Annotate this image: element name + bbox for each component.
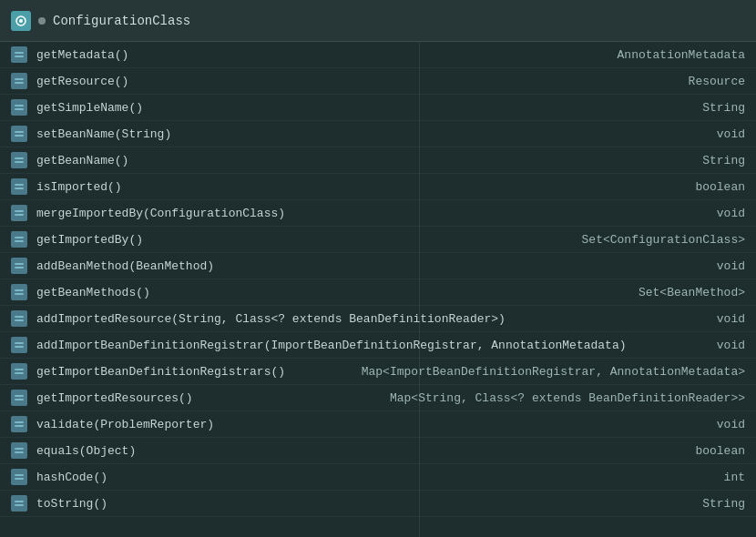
method-return-type: Map<ImportBeanDefinitionRegistrar, Annot…: [362, 365, 745, 379]
svg-rect-17: [15, 240, 24, 242]
method-icon: [11, 337, 27, 353]
svg-rect-4: [15, 78, 24, 80]
svg-rect-18: [15, 263, 24, 265]
method-return-type: Resource: [689, 75, 745, 88]
svg-rect-3: [15, 56, 24, 57]
table-row[interactable]: mergeImportedBy(ConfigurationClass)void: [0, 200, 756, 227]
class-icon: [11, 11, 31, 31]
method-return-type: void: [717, 418, 745, 431]
method-name: getBeanName(): [36, 154, 693, 167]
method-name: addImportedResource(String, Class<? exte…: [36, 312, 708, 326]
table-row[interactable]: getBeanMethods()Set<BeanMethod>: [0, 279, 756, 306]
table-row[interactable]: getImportedBy()Set<ConfigurationClass>: [0, 227, 756, 253]
method-return-type: String: [702, 497, 745, 511]
svg-rect-27: [15, 372, 24, 374]
method-return-type: String: [702, 154, 745, 167]
method-icon: [11, 310, 27, 327]
method-return-type: Set<ConfigurationClass>: [582, 233, 745, 247]
svg-rect-11: [15, 161, 24, 163]
method-name: getResource(): [36, 75, 679, 88]
table-row[interactable]: validate(ProblemReporter)void: [0, 411, 756, 438]
svg-rect-21: [15, 293, 24, 295]
table-row[interactable]: toString()String: [0, 491, 756, 517]
table-row[interactable]: setBeanName(String)void: [0, 121, 756, 147]
table-row[interactable]: hashCode()int: [0, 464, 756, 491]
svg-rect-30: [15, 421, 24, 423]
svg-rect-15: [15, 214, 24, 216]
table-row[interactable]: equals(Object)boolean: [0, 438, 756, 464]
svg-rect-13: [15, 187, 24, 189]
svg-rect-19: [15, 267, 24, 268]
method-name: isImported(): [36, 180, 686, 194]
header: ConfigurationClass: [0, 0, 756, 42]
svg-rect-7: [15, 108, 24, 110]
method-name: toString(): [36, 497, 693, 511]
method-icon: [11, 258, 27, 274]
table-row[interactable]: getResource()Resource: [0, 68, 756, 95]
table-row[interactable]: getMetadata()AnnotationMetadata: [0, 42, 756, 68]
method-return-type: int: [724, 471, 745, 484]
svg-rect-33: [15, 451, 24, 453]
method-name: getImportBeanDefinitionRegistrars(): [36, 365, 352, 379]
svg-rect-20: [15, 289, 24, 291]
header-title: ConfigurationClass: [53, 14, 190, 28]
svg-rect-2: [15, 52, 24, 54]
svg-rect-14: [15, 210, 24, 212]
svg-rect-31: [15, 425, 24, 427]
svg-rect-36: [15, 501, 24, 502]
svg-rect-25: [15, 346, 24, 348]
method-return-type: Map<String, Class<? extends BeanDefiniti…: [390, 391, 745, 405]
table-row[interactable]: getBeanName()String: [0, 147, 756, 174]
method-return-type: void: [717, 127, 745, 141]
method-return-type: boolean: [695, 180, 745, 194]
method-return-type: Set<BeanMethod>: [639, 286, 745, 299]
method-icon: [11, 442, 27, 459]
method-name: addImportBeanDefinitionRegistrar(ImportB…: [36, 339, 708, 352]
method-icon: [11, 469, 27, 485]
method-icon: [11, 284, 27, 300]
svg-rect-34: [15, 474, 24, 476]
svg-rect-12: [15, 184, 24, 186]
table-row[interactable]: addImportBeanDefinitionRegistrar(ImportB…: [0, 332, 756, 359]
svg-rect-9: [15, 135, 24, 137]
header-dot: [38, 17, 46, 25]
method-icon: [11, 495, 27, 512]
method-return-type: void: [717, 339, 745, 352]
svg-rect-10: [15, 157, 24, 159]
svg-rect-24: [15, 342, 24, 344]
svg-rect-26: [15, 369, 24, 370]
method-icon: [11, 205, 27, 221]
methods-list: getMetadata()AnnotationMetadata getResou…: [0, 42, 756, 537]
method-icon: [11, 178, 27, 195]
method-return-type: void: [717, 207, 745, 220]
table-row[interactable]: isImported()boolean: [0, 174, 756, 200]
method-name: setBeanName(String): [36, 127, 708, 141]
panel: ConfigurationClass getMetadata()Annotati…: [0, 0, 756, 537]
method-icon: [11, 126, 27, 142]
method-name: getImportedBy(): [36, 233, 573, 247]
svg-rect-32: [15, 448, 24, 450]
svg-rect-16: [15, 237, 24, 238]
svg-rect-23: [15, 319, 24, 321]
method-return-type: String: [702, 101, 745, 115]
table-row[interactable]: getSimpleName()String: [0, 95, 756, 121]
table-row[interactable]: addImportedResource(String, Class<? exte…: [0, 306, 756, 332]
method-name: validate(ProblemReporter): [36, 418, 708, 431]
method-return-type: void: [717, 259, 745, 273]
table-row[interactable]: getImportBeanDefinitionRegistrars()Map<I…: [0, 359, 756, 385]
svg-point-1: [19, 19, 23, 23]
table-row[interactable]: getImportedResources()Map<String, Class<…: [0, 385, 756, 411]
method-icon: [11, 390, 27, 406]
table-row[interactable]: addBeanMethod(BeanMethod)void: [0, 253, 756, 279]
method-icon: [11, 152, 27, 168]
method-icon: [11, 231, 27, 248]
method-name: hashCode(): [36, 471, 715, 484]
method-icon: [11, 46, 27, 63]
method-icon: [11, 363, 27, 380]
svg-rect-37: [15, 504, 24, 506]
method-name: mergeImportedBy(ConfigurationClass): [36, 207, 708, 220]
method-name: equals(Object): [36, 444, 686, 458]
svg-rect-28: [15, 395, 24, 397]
method-return-type: void: [717, 312, 745, 326]
method-return-type: AnnotationMetadata: [618, 48, 745, 62]
